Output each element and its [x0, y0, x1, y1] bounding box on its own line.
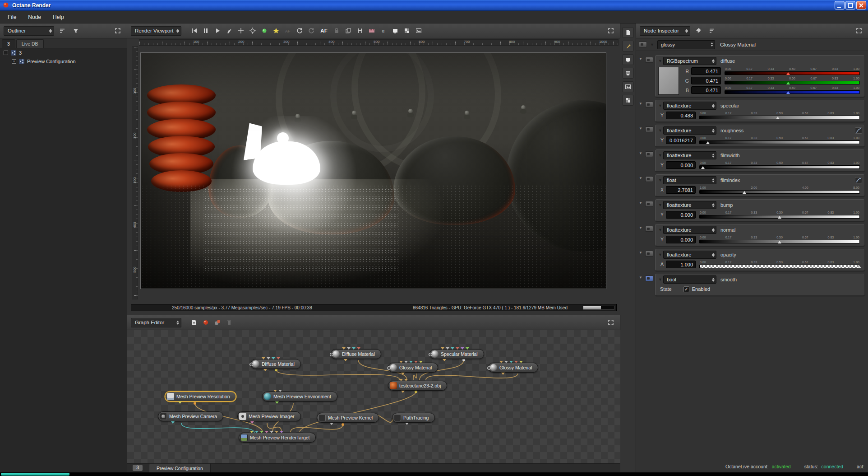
graph-node-mesh-preview-kernel[interactable]: Mesh Preview Kernel	[317, 413, 379, 423]
script-icon[interactable]	[622, 27, 634, 38]
checker-icon[interactable]	[402, 26, 412, 36]
socket-icon[interactable]	[645, 201, 653, 207]
node-input-pin[interactable]	[409, 361, 413, 363]
node-input-pin[interactable]	[347, 347, 351, 350]
graph-node-mesh-preview-environment[interactable]: Mesh Preview Environment	[262, 392, 337, 401]
tree-item[interactable]: + Preview Configuration	[0, 57, 127, 65]
value-slider[interactable]: 0.000.170.330.500.670.831.00	[725, 77, 860, 84]
node-input-pin[interactable]	[342, 347, 346, 350]
alpha-icon[interactable]: α	[378, 26, 389, 36]
collapse-icon[interactable]: ▼	[638, 226, 643, 230]
outliner-tab-3[interactable]: 3	[2, 39, 15, 48]
node-input-pin[interactable]	[399, 379, 403, 381]
value-slider[interactable]: 0.000.170.330.500.670.831.00	[699, 236, 860, 243]
dropdown-spinner[interactable]	[712, 178, 715, 182]
color-swatch[interactable]	[658, 67, 679, 95]
graph-node-diffuse-material[interactable]: Diffuse Material	[250, 359, 301, 369]
tree-item[interactable]: - 3	[0, 48, 127, 57]
socket-icon[interactable]	[645, 176, 653, 182]
outliner-dropdown[interactable]: Outliner	[4, 26, 54, 36]
display-icon[interactable]	[390, 26, 401, 36]
collapse-icon[interactable]: ▼	[638, 201, 643, 205]
value-slider[interactable]: 0.000.170.330.500.670.831.00	[725, 67, 860, 75]
node-collapse-icon[interactable]: ▼	[658, 128, 662, 133]
material-ball-icon[interactable]	[200, 317, 211, 327]
node-output-pin[interactable]	[501, 373, 505, 375]
dropdown-spinner[interactable]	[712, 154, 715, 158]
refresh-icon[interactable]	[294, 26, 305, 36]
node-collapse-icon[interactable]: ▼	[658, 228, 662, 232]
dropdown-spinner[interactable]	[712, 228, 715, 232]
pointer-icon[interactable]	[224, 26, 235, 36]
value-slider[interactable]: 0.000.170.330.500.670.831.00	[699, 261, 860, 268]
filter-icon[interactable]	[70, 26, 81, 36]
filmindex-type-dropdown[interactable]: float	[663, 176, 716, 184]
dropdown-spinner[interactable]	[712, 253, 715, 257]
dropdown-spinner[interactable]	[712, 203, 715, 207]
node-input-pin[interactable]	[357, 347, 360, 350]
dropdown-spinner[interactable]	[176, 321, 179, 325]
display-panel-icon[interactable]	[622, 54, 634, 65]
film-icon[interactable]	[366, 26, 377, 36]
pause-icon[interactable]	[200, 26, 211, 36]
graph-node-mesh-preview-rendertarget[interactable]: Mesh Preview RenderTarget	[239, 433, 316, 443]
diffuse-B-value[interactable]: 0.471	[691, 86, 721, 94]
node-input-pin[interactable]	[275, 431, 278, 433]
close-button[interactable]	[856, 1, 866, 9]
specular-type-dropdown[interactable]: floattexture	[663, 102, 716, 110]
dropdown-spinner[interactable]	[176, 29, 179, 33]
opacity-type-dropdown[interactable]: floattexture	[663, 251, 716, 259]
autofocus-small-icon[interactable]: AF	[282, 26, 293, 36]
node-output-pin[interactable]	[250, 421, 254, 424]
node-input-pin[interactable]	[466, 347, 469, 350]
collapse-icon[interactable]: ▼	[638, 126, 643, 131]
node-collapse-icon[interactable]: ▼	[658, 252, 662, 257]
socket-icon[interactable]	[645, 251, 653, 257]
tree-toggle[interactable]: +	[12, 59, 16, 64]
filmwidth-type-dropdown[interactable]: floattexture	[663, 151, 716, 159]
af-button[interactable]: AF	[318, 26, 330, 36]
menu-node[interactable]: Node	[22, 11, 47, 23]
maximize-button[interactable]	[845, 1, 855, 9]
socket-icon[interactable]	[645, 275, 653, 281]
node-input-pin[interactable]	[250, 431, 254, 433]
node-output-pin[interactable]	[171, 421, 175, 424]
dropdown-spinner[interactable]	[712, 278, 715, 282]
panel-menu-icon[interactable]	[706, 26, 717, 36]
collapse-icon[interactable]: ▼	[638, 57, 643, 61]
save-image-icon[interactable]	[355, 26, 365, 36]
node-collapse-icon[interactable]: ▼	[658, 203, 662, 207]
graph-node-glossy-material[interactable]: Glossy Material	[488, 363, 538, 373]
collapse-icon[interactable]: ▼	[638, 102, 643, 106]
roughness-type-dropdown[interactable]: floattexture	[663, 126, 716, 135]
render-passes-icon[interactable]	[413, 26, 424, 36]
specular-value[interactable]: 0.488	[666, 112, 696, 119]
node-input-pin[interactable]	[277, 357, 280, 359]
value-slider[interactable]: 0.000.170.330.500.670.831.00	[699, 136, 860, 144]
graph-tab-badge[interactable]: 3	[133, 465, 143, 471]
node-input-pin[interactable]	[255, 431, 259, 433]
sort-icon[interactable]	[57, 26, 68, 36]
graph-editor-dropdown[interactable]: Graph Editor	[131, 318, 181, 327]
node-input-pin[interactable]	[519, 361, 523, 363]
minimize-button[interactable]	[835, 1, 845, 9]
print-icon[interactable]	[622, 68, 634, 79]
graph-node-mesh-preview-imager[interactable]: Mesh Preview Imager	[237, 411, 301, 421]
node-output-pin[interactable]	[405, 423, 409, 425]
checker-panel-icon[interactable]	[622, 95, 634, 106]
node-input-pin[interactable]	[441, 347, 444, 350]
node-output-pin[interactable]	[401, 391, 405, 393]
opacity-value[interactable]: 1.000	[666, 261, 696, 268]
node-input-pin[interactable]	[419, 361, 423, 363]
dropdown-spinner[interactable]	[685, 29, 688, 33]
pick-region-icon[interactable]	[247, 26, 258, 36]
node-collapse-icon[interactable]: ▼	[658, 178, 662, 182]
pick-material-icon[interactable]	[259, 26, 270, 36]
dropdown-spinner[interactable]	[49, 29, 52, 33]
filmindex-value[interactable]: 2.7081	[666, 186, 696, 194]
expand-panel-icon[interactable]	[112, 26, 123, 36]
delete-node-icon[interactable]	[224, 317, 235, 327]
value-slider[interactable]: 0.000.170.330.500.670.831.00	[699, 211, 860, 219]
node-output-pin[interactable]	[275, 401, 279, 404]
lock-icon[interactable]	[331, 26, 342, 36]
